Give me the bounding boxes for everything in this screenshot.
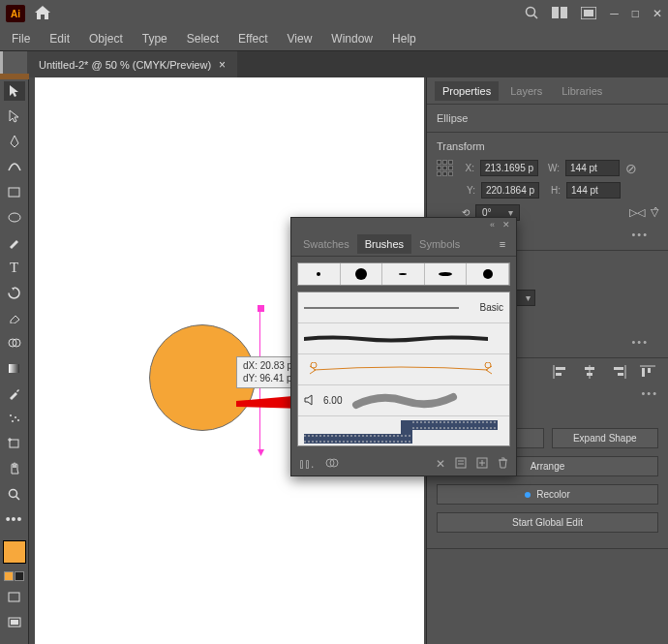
align-top-icon[interactable] — [639, 364, 656, 380]
menu-file[interactable]: File — [4, 30, 38, 47]
zoom-tool[interactable] — [4, 484, 25, 504]
flip-vertical-icon[interactable]: ▽̂ — [651, 206, 658, 219]
brush-calligraphic[interactable]: 6.00 — [298, 385, 509, 416]
fill-swatch[interactable] — [3, 540, 26, 564]
brush-charcoal[interactable] — [298, 323, 509, 354]
brush-basic[interactable]: Basic — [298, 292, 509, 323]
x-field[interactable]: 213.1695 p — [480, 160, 538, 176]
tab-layers[interactable]: Layers — [502, 81, 550, 101]
hand-tool[interactable] — [4, 459, 25, 478]
color-mode-swatches[interactable] — [4, 571, 24, 581]
tab-libraries[interactable]: Libraries — [554, 81, 610, 101]
svg-point-12 — [15, 416, 16, 418]
tools-panel: T ••• — [0, 77, 29, 644]
panel-close-icon[interactable]: ✕ — [502, 220, 510, 230]
screen-mode-toggle[interactable] — [4, 612, 25, 631]
edit-toolbar[interactable]: ••• — [4, 509, 25, 529]
close-window-button[interactable]: ✕ — [653, 7, 662, 20]
menu-object[interactable]: Object — [81, 30, 131, 47]
flip-horizontal-icon[interactable]: ▷◁ — [629, 206, 645, 219]
brushes-panel[interactable]: « ✕ Swatches Brushes Symbols ≡ Basic 6.0… — [290, 217, 517, 476]
svg-rect-31 — [618, 373, 623, 376]
eyedropper-tool[interactable] — [4, 383, 25, 403]
shape-builder-tool[interactable] — [4, 333, 25, 353]
symbol-sprayer-tool[interactable] — [4, 409, 25, 428]
draw-mode-normal[interactable] — [4, 587, 25, 606]
eraser-tool[interactable] — [4, 308, 25, 327]
app-logo: Ai — [6, 5, 25, 22]
brush-thumb-4[interactable] — [425, 263, 468, 285]
selection-tool[interactable] — [4, 81, 25, 101]
toolbar-grip[interactable] — [0, 74, 29, 79]
menu-help[interactable]: Help — [384, 30, 424, 47]
panel-collapse-icon[interactable]: « — [490, 220, 495, 230]
libraries-menu-icon[interactable] — [325, 457, 339, 472]
brush-arrow[interactable] — [298, 354, 509, 385]
panel-menu-icon[interactable]: ≡ — [493, 238, 512, 250]
document-tab-title: Untitled-2* @ 50 % (CMYK/Preview) — [39, 59, 211, 71]
brush-pattern[interactable] — [298, 416, 509, 446]
h-field[interactable]: 144 pt — [566, 182, 621, 199]
delete-brush-icon[interactable] — [498, 457, 508, 472]
document-tabs: Untitled-2* @ 50 % (CMYK/Preview) × — [0, 50, 668, 77]
brush-thumb-3[interactable] — [382, 263, 425, 285]
expand-shape-button[interactable]: Expand Shape — [552, 428, 659, 448]
gradient-tool[interactable] — [4, 358, 25, 378]
calligraphic-value: 6.00 — [323, 395, 342, 406]
pen-tool[interactable] — [4, 132, 25, 151]
y-field[interactable]: 220.1864 p — [481, 182, 539, 199]
tab-properties[interactable]: Properties — [435, 81, 499, 101]
link-wh-icon[interactable]: ⊘ — [625, 161, 637, 176]
w-label: W: — [544, 163, 560, 173]
brush-thumbnail-row[interactable] — [297, 262, 510, 286]
maximize-button[interactable]: □ — [632, 7, 639, 20]
brush-thumb-5[interactable] — [467, 263, 509, 285]
recolor-dot-icon — [525, 492, 531, 498]
align-right-icon[interactable] — [610, 364, 627, 380]
menu-effect[interactable]: Effect — [230, 30, 275, 47]
tab-symbols[interactable]: Symbols — [411, 234, 468, 254]
document-tab[interactable]: Untitled-2* @ 50 % (CMYK/Preview) × — [27, 51, 237, 77]
svg-rect-10 — [9, 364, 19, 373]
start-global-edit-button[interactable]: Start Global Edit — [437, 512, 658, 533]
brush-libraries-icon[interactable]: ⫿⫿. — [299, 457, 314, 471]
menu-select[interactable]: Select — [179, 30, 227, 47]
selection-type: Ellipse — [427, 105, 668, 133]
menu-edit[interactable]: Edit — [42, 30, 77, 47]
workspace-icon[interactable] — [552, 7, 567, 20]
screen-mode-icon[interactable] — [581, 7, 596, 21]
rectangle-tool[interactable] — [4, 182, 25, 201]
menu-window[interactable]: Window — [323, 30, 380, 47]
rotate-tool[interactable] — [4, 283, 25, 302]
brush-thumb-2[interactable] — [341, 263, 383, 285]
paintbrush-tool[interactable] — [4, 232, 25, 252]
ellipse-tool[interactable] — [4, 207, 25, 227]
svg-rect-5 — [584, 10, 593, 16]
reference-point-icon[interactable] — [437, 160, 453, 176]
tab-brushes[interactable]: Brushes — [357, 234, 411, 254]
svg-point-7 — [9, 213, 20, 222]
brush-options-icon[interactable] — [455, 457, 467, 472]
new-brush-icon[interactable] — [476, 457, 488, 472]
svg-line-19 — [16, 496, 20, 500]
remove-stroke-icon[interactable]: ✕ — [436, 457, 445, 472]
home-icon[interactable] — [35, 6, 50, 22]
tab-swatches[interactable]: Swatches — [295, 234, 357, 254]
menu-type[interactable]: Type — [135, 30, 175, 47]
title-bar: Ai ─ □ ✕ — [0, 0, 668, 27]
menu-view[interactable]: View — [280, 30, 320, 47]
brush-list[interactable]: Basic 6.00 — [297, 291, 510, 446]
stroke-profile-dropdown[interactable] — [516, 290, 535, 306]
w-field[interactable]: 144 pt — [565, 160, 620, 176]
align-left-icon[interactable] — [552, 364, 569, 380]
type-tool[interactable]: T — [4, 258, 25, 277]
recolor-button[interactable]: Recolor — [437, 484, 658, 505]
brush-thumb-1[interactable] — [298, 263, 341, 285]
artboard-tool[interactable] — [4, 434, 25, 453]
direct-selection-tool[interactable] — [4, 107, 25, 126]
minimize-button[interactable]: ─ — [610, 7, 619, 20]
curvature-tool[interactable] — [4, 157, 25, 176]
align-center-h-icon[interactable] — [581, 364, 598, 380]
close-tab-icon[interactable]: × — [219, 58, 226, 72]
search-icon[interactable] — [525, 6, 538, 21]
